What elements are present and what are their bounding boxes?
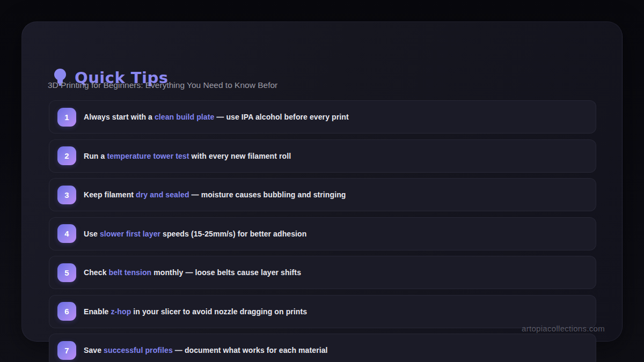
tip-text-pre: Use [84, 230, 100, 238]
tip-highlight: z-hop [111, 307, 131, 316]
tip-text-post: with every new filament roll [189, 152, 291, 160]
tip-text-post: — use IPA alcohol before every print [214, 113, 348, 121]
tip-highlight: temperature tower test [107, 152, 189, 160]
tip-text: Keep filament dry and sealed — moisture … [84, 190, 346, 199]
tip-highlight: dry and sealed [136, 190, 189, 199]
tip-text-pre: Always start with a [84, 113, 155, 121]
subtitle: 3D Printing for Beginners: Everything Yo… [48, 80, 277, 90]
quick-tips-panel: Quick Tips 3D Printing for Beginners: Ev… [21, 21, 623, 342]
tip-number-badge: 2 [57, 146, 76, 165]
tip-card: 7 Save successful profiles — document wh… [49, 334, 596, 362]
tip-text: Always start with a clean build plate — … [84, 113, 349, 121]
tip-card: 2 Run a temperature tower test with ever… [49, 139, 596, 173]
watermark: artopiacollections.com [522, 324, 605, 333]
tip-text: Enable z-hop in your slicer to avoid noz… [84, 307, 307, 316]
tip-text-post: monthly — loose belts cause layer shifts [151, 268, 301, 277]
tip-text: Run a temperature tower test with every … [84, 152, 291, 160]
tips-list: 1 Always start with a clean build plate … [49, 100, 596, 362]
tip-text: Check belt tension monthly — loose belts… [84, 268, 301, 277]
tip-highlight: clean build plate [155, 113, 214, 121]
tip-number-badge: 4 [57, 224, 76, 243]
tip-card: 3 Keep filament dry and sealed — moistur… [49, 178, 596, 211]
tip-text: Save successful profiles — document what… [84, 346, 328, 354]
tip-text-post: in your slicer to avoid nozzle dragging … [131, 307, 307, 316]
tip-highlight: belt tension [109, 268, 152, 277]
tip-highlight: successful profiles [104, 346, 173, 354]
tip-card: 4 Use slower first layer speeds (15-25mm… [49, 217, 596, 250]
tip-number-badge: 1 [57, 108, 76, 127]
tip-card: 5 Check belt tension monthly — loose bel… [49, 256, 596, 289]
tip-text-pre: Run a [84, 152, 107, 160]
tip-card: 1 Always start with a clean build plate … [49, 100, 596, 134]
tip-number-badge: 6 [57, 302, 76, 321]
tip-text-pre: Check [84, 268, 109, 277]
tip-text-pre: Save [84, 346, 104, 354]
tip-highlight: slower first layer [100, 230, 160, 238]
tip-number-badge: 7 [57, 341, 76, 360]
tip-number-badge: 5 [57, 263, 76, 282]
tip-text-post: — moisture causes bubbling and stringing [189, 190, 346, 199]
tip-text: Use slower first layer speeds (15-25mm/s… [84, 230, 306, 238]
tip-text-post: speeds (15-25mm/s) for better adhesion [160, 230, 306, 238]
tip-text-pre: Enable [84, 307, 111, 316]
tip-number-badge: 3 [57, 186, 76, 204]
tip-card: 6 Enable z-hop in your slicer to avoid n… [49, 295, 596, 328]
tip-text-post: — document what works for each material [173, 346, 328, 354]
tip-text-pre: Keep filament [84, 190, 136, 199]
